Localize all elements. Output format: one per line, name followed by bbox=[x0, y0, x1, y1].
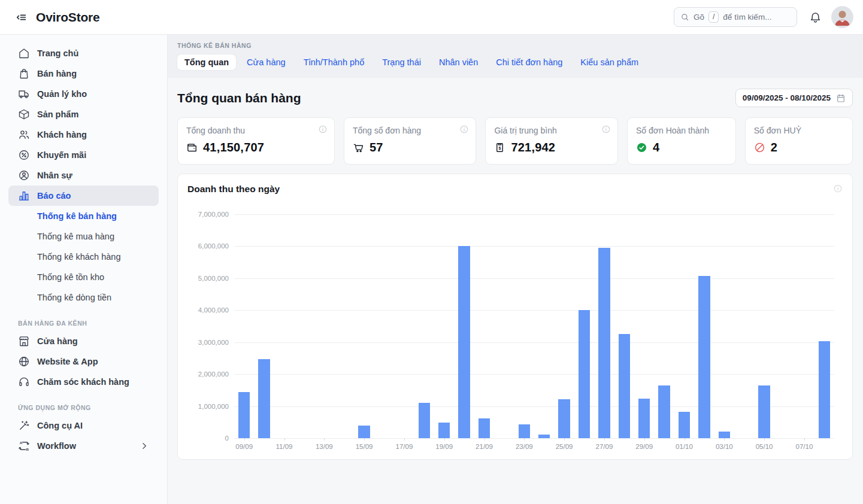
stat-card-completed-orders: Số đơn Hoàn thành 4 bbox=[627, 117, 736, 165]
date-range-picker[interactable]: 09/09/2025 - 08/10/2025 bbox=[735, 89, 853, 107]
tab-product-type[interactable]: Kiểu sản phẩm bbox=[573, 54, 646, 70]
sidebar-item-label: Workflow bbox=[37, 441, 76, 451]
chart-x-axis-label: 19/09 bbox=[435, 443, 453, 450]
stat-label: Tổng số đơn hàng bbox=[353, 126, 468, 135]
chart-x-axis-label: 05/10 bbox=[756, 443, 773, 450]
sidebar-subitem-cashflow-stats[interactable]: Thống kê dòng tiền bbox=[8, 287, 159, 308]
sidebar-item-products[interactable]: Sản phẩm bbox=[8, 104, 159, 125]
sidebar-item-label: Cửa hàng bbox=[37, 336, 78, 346]
sidebar-item-hr[interactable]: Nhân sự bbox=[8, 165, 159, 186]
svg-text:$: $ bbox=[499, 146, 501, 151]
chart-bar-30-09[interactable] bbox=[658, 385, 670, 438]
info-icon[interactable] bbox=[601, 125, 611, 134]
sidebar-item-label: Chăm sóc khách hàng bbox=[37, 377, 129, 387]
globe-icon bbox=[18, 356, 30, 368]
chart-y-axis-label: 2,000,000 bbox=[198, 371, 229, 378]
chart-y-axis-label: 7,000,000 bbox=[198, 211, 229, 218]
chart-x-axis-label: 23/09 bbox=[516, 443, 533, 450]
chart-x-tick bbox=[685, 438, 685, 441]
chart-bar-26-09[interactable] bbox=[579, 310, 590, 438]
chart-bar-02-10[interactable] bbox=[698, 276, 710, 438]
chart-bar-01-10[interactable] bbox=[679, 412, 690, 438]
sidebar-item-promotions[interactable]: Khuyến mãi bbox=[8, 145, 159, 165]
tab-province[interactable]: Tỉnh/Thành phố bbox=[296, 54, 372, 70]
chart-x-tick bbox=[604, 438, 605, 441]
chart-title: Doanh thu theo ngày bbox=[187, 184, 280, 195]
main-content: THỐNG KÊ BÁN HÀNG Tổng quan Cửa hàng Tỉn… bbox=[168, 35, 863, 504]
chart-bar-10-09[interactable] bbox=[258, 359, 270, 439]
chart-bar-23-09[interactable] bbox=[519, 424, 530, 438]
user-avatar[interactable] bbox=[831, 6, 853, 28]
tab-order-details[interactable]: Chi tiết đơn hàng bbox=[489, 54, 570, 70]
stat-value: 57 bbox=[370, 141, 383, 154]
stat-card-average-value: Giá trị trung bình $ 721,942 bbox=[485, 117, 618, 165]
chart-bar-25-09[interactable] bbox=[558, 399, 570, 438]
tab-status[interactable]: Trạng thái bbox=[375, 54, 428, 70]
notifications-button[interactable] bbox=[807, 8, 824, 26]
chart-bar-03-10[interactable] bbox=[719, 432, 730, 438]
stat-label: Số đơn HUỶ bbox=[754, 126, 844, 135]
sidebar-item-label: Trang chủ bbox=[37, 48, 78, 58]
chart-bar-19-09[interactable] bbox=[438, 423, 450, 438]
chart-bar-24-09[interactable] bbox=[538, 435, 550, 438]
stat-card-total-revenue: Tổng doanh thu 41,150,707 bbox=[177, 117, 335, 165]
sidebar-item-sales[interactable]: Bán hàng bbox=[8, 63, 159, 84]
sidebar-item-warehouse[interactable]: Quản lý kho bbox=[8, 84, 159, 104]
search-placeholder-suffix: để tìm kiếm... bbox=[723, 13, 771, 22]
invoice-icon: $ bbox=[494, 142, 505, 153]
sidebar-collapse-button[interactable] bbox=[12, 8, 30, 26]
chart-bar-27-09[interactable] bbox=[598, 248, 610, 438]
chart-x-tick bbox=[564, 438, 565, 441]
chart-bar-08-10[interactable] bbox=[819, 341, 830, 438]
chart-bar-18-09[interactable] bbox=[419, 403, 430, 438]
search-icon bbox=[680, 13, 689, 22]
chart-x-axis-label: 13/09 bbox=[316, 443, 333, 450]
chart-gridline bbox=[234, 374, 834, 375]
cart-icon bbox=[353, 142, 364, 153]
chart-x-tick bbox=[244, 438, 245, 441]
sidebar-subitem-sales-stats[interactable]: Thống kê bán hàng bbox=[8, 206, 159, 226]
storefront-icon bbox=[18, 335, 30, 347]
chart-bar-29-09[interactable] bbox=[638, 399, 650, 438]
sidebar-item-workflow[interactable]: AB Workflow bbox=[8, 436, 159, 456]
sidebar: Trang chủ Bán hàng Quản lý kho Sản phẩm bbox=[0, 35, 168, 504]
sidebar-item-ai-tools[interactable]: Công cụ AI bbox=[8, 415, 159, 436]
shopping-bag-icon bbox=[18, 68, 30, 80]
chart-y-axis-label: 3,000,000 bbox=[198, 339, 229, 346]
sidebar-item-customers[interactable]: Khách hàng bbox=[8, 125, 159, 145]
search-placeholder-prefix: Gõ bbox=[694, 13, 704, 22]
sidebar-item-website-app[interactable]: Website & App bbox=[8, 351, 159, 372]
tab-overview[interactable]: Tổng quan bbox=[177, 54, 236, 70]
bar-chart-icon bbox=[18, 190, 30, 202]
sidebar-item-customer-care[interactable]: Chăm sóc khách hàng bbox=[8, 372, 159, 392]
chart-x-axis-label: 29/09 bbox=[635, 443, 653, 450]
chart-bar-09-09[interactable] bbox=[238, 392, 250, 438]
sidebar-subitem-customer-stats[interactable]: Thống kê khách hàng bbox=[8, 247, 159, 267]
tab-store[interactable]: Cửa hàng bbox=[240, 54, 293, 70]
sidebar-item-reports[interactable]: Báo cáo bbox=[8, 186, 159, 206]
chart-y-axis-label: 4,000,000 bbox=[198, 306, 229, 314]
chart-bar-20-09[interactable] bbox=[458, 246, 470, 438]
chart-x-tick bbox=[324, 438, 325, 441]
chart-x-tick bbox=[804, 438, 805, 441]
sidebar-item-home[interactable]: Trang chủ bbox=[8, 43, 159, 63]
chart-bar-28-09[interactable] bbox=[619, 334, 630, 438]
chart-x-axis-label: 07/10 bbox=[796, 443, 813, 450]
sidebar-item-store[interactable]: Cửa hàng bbox=[8, 331, 159, 351]
tab-staff[interactable]: Nhân viên bbox=[432, 54, 485, 70]
global-search-input[interactable]: Gõ / để tìm kiếm... bbox=[674, 7, 797, 27]
info-icon[interactable] bbox=[833, 184, 843, 193]
check-circle-icon bbox=[636, 142, 647, 153]
sidebar-subitem-purchase-stats[interactable]: Thống kê mua hàng bbox=[8, 226, 159, 247]
report-tabsbar: THỐNG KÊ BÁN HÀNG Tổng quan Cửa hàng Tỉn… bbox=[168, 35, 863, 78]
info-icon[interactable] bbox=[318, 125, 328, 134]
stat-label: Tổng doanh thu bbox=[186, 126, 326, 135]
chart-bar-05-10[interactable] bbox=[758, 385, 770, 438]
chart-bar-15-09[interactable] bbox=[358, 426, 370, 438]
sidebar-item-label: Bán hàng bbox=[37, 69, 77, 78]
info-icon[interactable] bbox=[459, 125, 469, 134]
chart-bar-21-09[interactable] bbox=[479, 418, 490, 438]
sidebar-subitem-inventory-stats[interactable]: Thống kê tồn kho bbox=[8, 267, 159, 287]
wallet-icon bbox=[186, 142, 198, 153]
stat-value: 4 bbox=[653, 141, 659, 154]
